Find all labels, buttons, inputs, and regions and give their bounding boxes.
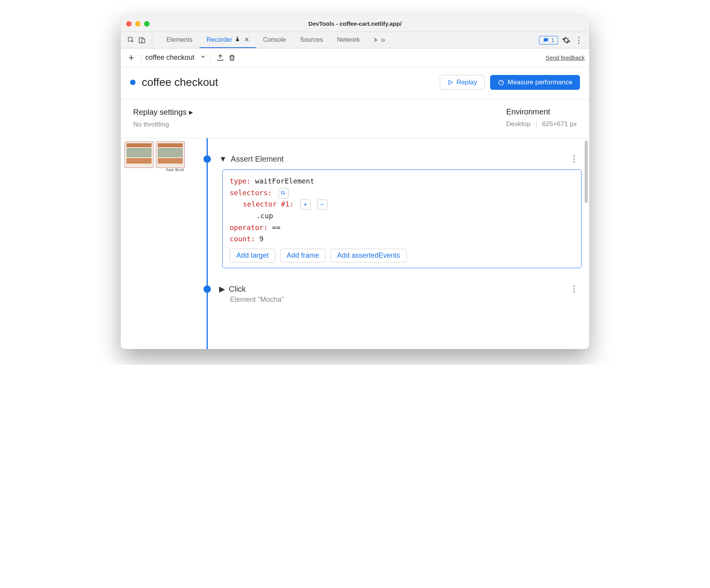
close-tab-icon[interactable]: ✕ (244, 36, 249, 43)
step-assert-element: ▼ Assert Element ⋮ type: waitForElement … (195, 154, 582, 268)
delete-icon[interactable] (226, 52, 238, 64)
step-kebab-icon[interactable]: ⋮ (567, 154, 582, 164)
messages-count: 1 (551, 37, 554, 43)
tab-label: Recorder (207, 36, 232, 43)
tab-sources[interactable]: Sources (293, 32, 330, 48)
tab-console[interactable]: Console (256, 32, 293, 48)
tab-elements[interactable]: Elements (159, 32, 200, 48)
chevron-down-icon (200, 53, 206, 62)
divider (152, 36, 152, 45)
step-thumbnail[interactable] (125, 141, 153, 172)
tab-label: Sources (300, 36, 323, 43)
prop-value-operator[interactable]: == (272, 223, 280, 232)
recording-name: coffee checkout (145, 53, 194, 62)
devtools-window: DevTools - coffee-cart.netlify.app/ Elem… (121, 16, 589, 349)
add-frame-button[interactable]: Add frame (280, 249, 326, 262)
step-body: type: waitForElement selectors: selector… (222, 169, 582, 268)
tab-strip: Elements Recorder ✕ Console Sources Netw… (121, 32, 589, 48)
new-recording-icon[interactable]: + (125, 52, 137, 64)
tab-recorder[interactable]: Recorder ✕ (200, 32, 256, 48)
selector-value[interactable]: .cup (256, 212, 273, 220)
send-feedback-link[interactable]: Send feedback (546, 54, 585, 61)
settings-icon[interactable] (562, 36, 571, 45)
add-selector-icon[interactable]: + (300, 200, 310, 210)
prop-value-type[interactable]: waitForElement (255, 177, 314, 185)
collapse-step-icon[interactable]: ▼ (219, 155, 227, 164)
selector-label: selector #1 (243, 200, 289, 208)
throttling-value: No throttling (133, 121, 193, 128)
replay-label: Replay (457, 78, 477, 86)
replay-button[interactable]: Replay (440, 75, 485, 90)
export-icon[interactable] (214, 52, 226, 64)
device-toolbar-icon[interactable] (138, 36, 146, 45)
inspect-element-icon[interactable] (127, 36, 136, 45)
environment-label: Environment (506, 107, 550, 116)
screenshot-thumbnails: Total: $0.00 (121, 138, 195, 349)
step-dot (203, 285, 211, 293)
measure-performance-button[interactable]: Measure performance (490, 75, 580, 90)
expand-step-icon[interactable]: ▶ (219, 284, 225, 294)
pick-selector-icon[interactable] (278, 188, 289, 198)
divider (141, 52, 141, 63)
titlebar: DevTools - coffee-cart.netlify.app/ (121, 16, 589, 32)
replay-settings-toggle[interactable]: Replay settings ▸ (133, 107, 193, 117)
prop-key-operator: operator (230, 223, 264, 232)
window-title: DevTools - coffee-cart.netlify.app/ (121, 20, 589, 27)
step-subtitle: Element "Mocha" (230, 296, 582, 304)
recorder-toolbar: + coffee checkout Send feedback (121, 48, 589, 67)
step-title: Click (229, 285, 246, 294)
step-click: ▶ Click ⋮ Element "Mocha" (195, 284, 582, 304)
kebab-menu-icon[interactable]: ⋮ (574, 36, 583, 45)
prop-key-selectors: selectors (230, 189, 268, 197)
scrollbar[interactable] (585, 141, 588, 203)
remove-selector-icon[interactable]: − (317, 200, 327, 210)
flask-icon (235, 36, 240, 43)
prop-key-type: type (230, 177, 246, 185)
step-dot (203, 155, 211, 163)
more-tabs-icon[interactable]: » (367, 32, 390, 48)
settings-row: Replay settings ▸ No throttling Environm… (121, 100, 589, 138)
tab-label: Elements (166, 36, 193, 43)
steps-area: Total: $0.00 ▼ Assert Element ⋮ type: wa… (121, 138, 589, 349)
prop-key-count: count (230, 235, 251, 243)
recording-title: coffee checkout (142, 76, 218, 89)
thumbnail-total: Total: $0.00 (156, 168, 185, 172)
recording-selector[interactable]: coffee checkout (145, 53, 206, 62)
replay-settings-label: Replay settings (133, 108, 187, 117)
measure-label: Measure performance (508, 78, 573, 86)
prop-value-count[interactable]: 9 (259, 235, 264, 243)
divider (210, 52, 211, 63)
step-kebab-icon[interactable]: ⋮ (567, 284, 582, 294)
viewport-value: 625×671 px (542, 120, 577, 128)
tab-label: Console (263, 36, 286, 43)
recording-status-dot (130, 80, 136, 85)
tab-network[interactable]: Network (330, 32, 367, 48)
messages-badge[interactable]: 1 (539, 36, 558, 45)
add-asserted-events-button[interactable]: Add assertedEvents (330, 249, 407, 262)
svg-rect-2 (142, 39, 145, 43)
recording-header: coffee checkout Replay Measure performan… (121, 67, 589, 100)
device-value: Desktop (506, 120, 530, 128)
divider (536, 120, 537, 128)
chevron-right-icon: ▸ (189, 107, 193, 117)
timeline: ▼ Assert Element ⋮ type: waitForElement … (195, 138, 589, 349)
add-target-button[interactable]: Add target (230, 249, 275, 262)
step-title: Assert Element (231, 155, 284, 164)
tab-label: Network (337, 36, 360, 43)
step-thumbnail[interactable]: Total: $0.00 (156, 141, 185, 172)
